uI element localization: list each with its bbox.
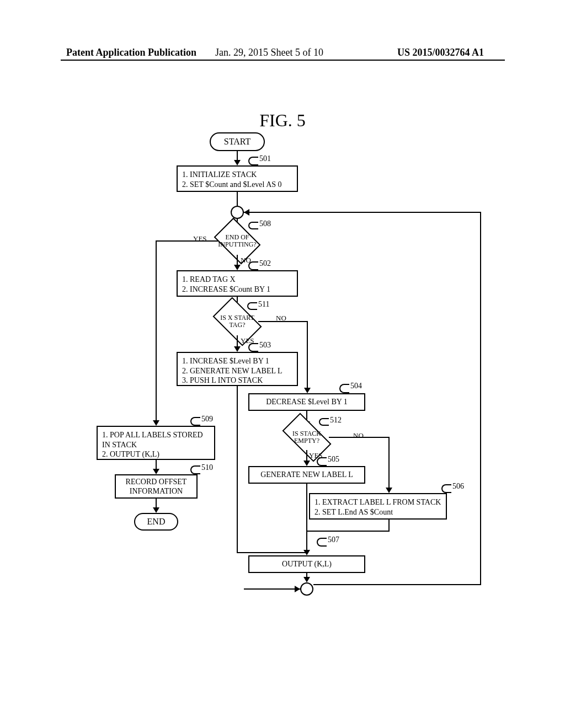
onpage-connector-bottom — [300, 582, 313, 596]
process-502-text: 1. READ TAG X 2. INCREASE $Count BY 1 — [182, 275, 270, 293]
connector — [480, 212, 481, 585]
connector — [244, 588, 300, 590]
arrow-down-icon — [234, 346, 241, 352]
process-501-text: 1. INITIALIZE STACK 2. SET $Count and $L… — [182, 170, 282, 189]
process-504-text: DECREASE $Level BY 1 — [266, 397, 348, 407]
ref-512: 512 — [330, 416, 342, 425]
arrow-down-icon — [303, 550, 310, 555]
terminal-end: END — [134, 513, 178, 531]
decision-511: IS X START TAG? — [216, 308, 258, 335]
connector — [307, 321, 308, 391]
arrow-down-icon — [153, 420, 159, 426]
ref-505: 505 — [328, 455, 339, 464]
connector — [388, 520, 390, 531]
process-507: OUTPUT (K,L) — [248, 555, 365, 573]
process-509: 1. POP ALL LABELS STORED IN STACK 2. OUT… — [97, 426, 215, 460]
arrow-down-icon — [234, 265, 241, 270]
terminal-start: START — [210, 132, 265, 151]
ref-hook — [248, 261, 258, 270]
decision-512: IS STACK EMPTY? — [285, 425, 329, 450]
ref-504: 504 — [350, 382, 362, 390]
process-507-text: OUTPUT (K,L) — [282, 559, 332, 569]
header-left: Patent Application Publication — [66, 47, 196, 58]
arrow-down-icon — [153, 507, 159, 513]
ref-503: 503 — [259, 341, 271, 350]
process-506-text: 1. EXTRACT LABEL L FROM STACK 2. SET L.E… — [315, 498, 441, 516]
ref-501: 501 — [259, 154, 271, 163]
arrow-down-icon — [303, 577, 310, 582]
ref-hook — [339, 384, 349, 393]
connector — [237, 552, 307, 553]
ref-hook — [190, 417, 200, 426]
process-510: RECORD OFFSET INFORMATION — [115, 474, 198, 499]
connector — [258, 321, 308, 322]
ref-510: 510 — [201, 463, 213, 472]
arrow-right-icon — [295, 586, 300, 592]
header-rule — [61, 60, 505, 61]
label-no: NO — [353, 431, 364, 440]
ref-hook — [190, 465, 200, 474]
onpage-connector-top — [231, 206, 244, 219]
process-503: 1. INCREASE $Level BY 1 2. GENERATE NEW … — [177, 352, 298, 386]
arrow-down-icon — [234, 160, 241, 165]
header-center: Jan. 29, 2015 Sheet 5 of 10 — [215, 47, 323, 58]
arrow-left-icon — [244, 209, 249, 216]
header-right: US 2015/0032764 A1 — [397, 47, 484, 58]
decision-508: END OF INPUTTING? — [218, 227, 257, 255]
ref-507: 507 — [328, 536, 339, 544]
connector — [313, 584, 481, 585]
connector — [237, 192, 238, 206]
ref-hook — [248, 343, 258, 352]
ref-hook — [441, 484, 451, 493]
process-502: 1. READ TAG X 2. INCREASE $Count BY 1 — [177, 270, 298, 297]
process-503-text: 1. INCREASE $Level BY 1 2. GENERATE NEW … — [182, 357, 282, 384]
connector — [388, 437, 390, 491]
connector — [156, 240, 218, 242]
ref-hook — [317, 538, 327, 547]
ref-hook — [319, 418, 329, 426]
connector — [329, 437, 390, 438]
connector — [244, 212, 481, 213]
arrow-down-icon — [386, 488, 392, 493]
connector — [156, 240, 157, 422]
terminal-start-label: START — [224, 137, 250, 147]
process-510-text: RECORD OFFSET INFORMATION — [120, 477, 192, 496]
figure-title: FIG. 5 — [0, 110, 565, 131]
process-506: 1. EXTRACT LABEL L FROM STACK 2. SET L.E… — [309, 493, 447, 520]
flowchart: START 1. INITIALIZE STACK 2. SET $Count … — [0, 132, 565, 717]
process-505-text: GENERATE NEW LABEL L — [260, 470, 353, 480]
connector — [306, 531, 390, 532]
ref-hook — [247, 302, 257, 310]
arrow-down-icon — [304, 388, 311, 393]
connector — [237, 386, 238, 552]
arrow-down-icon — [303, 461, 310, 466]
ref-511: 511 — [258, 300, 269, 309]
ref-509: 509 — [201, 415, 213, 424]
ref-hook — [317, 457, 327, 466]
ref-508: 508 — [259, 220, 271, 228]
connector — [306, 484, 307, 531]
label-yes: YES — [193, 234, 207, 243]
process-501: 1. INITIALIZE STACK 2. SET $Count and $L… — [177, 165, 298, 192]
ref-hook — [248, 222, 258, 229]
ref-hook — [248, 157, 258, 165]
arrow-down-icon — [153, 469, 159, 474]
process-504: DECREASE $Level BY 1 — [248, 393, 365, 411]
process-509-text: 1. POP ALL LABELS STORED IN STACK 2. OUT… — [102, 431, 203, 458]
ref-506: 506 — [452, 482, 464, 491]
ref-502: 502 — [259, 259, 271, 268]
terminal-end-label: END — [147, 517, 166, 527]
process-505: GENERATE NEW LABEL L — [248, 466, 365, 484]
